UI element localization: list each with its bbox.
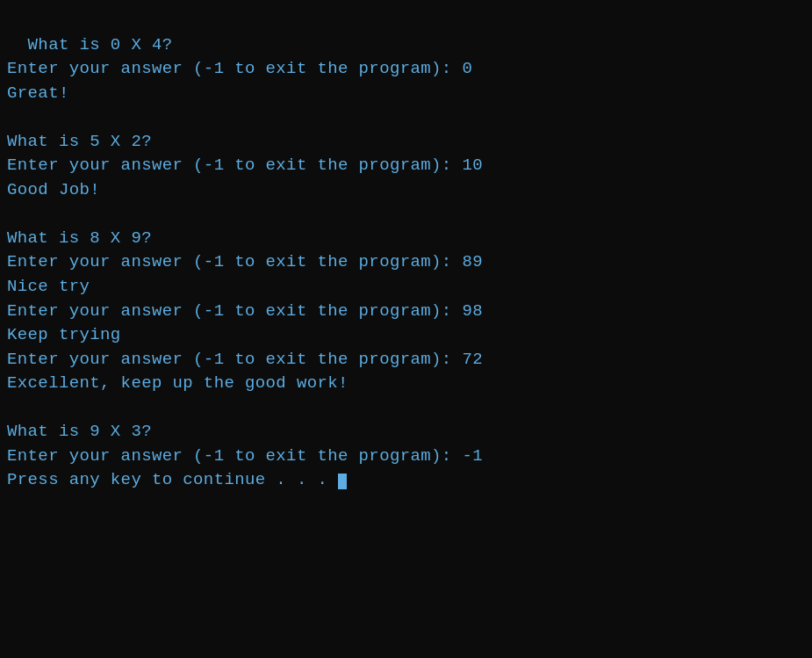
terminal-output: What is 0 X 4? Enter your answer (-1 to … [7,35,483,490]
terminal-window[interactable]: What is 0 X 4? Enter your answer (-1 to … [0,0,812,658]
cursor-blink [338,474,347,489]
